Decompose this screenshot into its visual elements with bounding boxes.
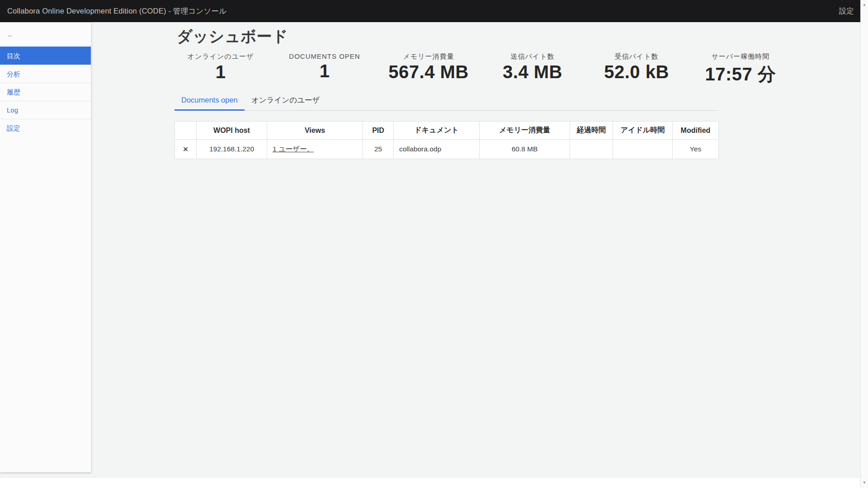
stat-label: オンラインのユーザ <box>169 52 273 61</box>
scroll-down-icon[interactable]: ▼ <box>861 480 868 485</box>
sidebar-item-label: Log <box>7 106 18 114</box>
stats-row: オンラインのユーザ 1 DOCUMENTS OPEN 1 メモリー消費量 567… <box>169 52 793 87</box>
close-icon[interactable]: ✕ <box>183 145 189 153</box>
documents-table: WOPI host Views PID ドキュメント メモリー消費量 経過時間 … <box>175 121 719 159</box>
sidebar-item-label: 目次 <box>7 52 20 60</box>
table-row: ✕ 192.168.1.220 1 ユーザー。 25 collabora.odp… <box>175 140 719 159</box>
topbar-settings-link[interactable]: 設定 <box>839 6 854 16</box>
sidebar-item-label: 設定 <box>7 124 20 132</box>
modified-cell: Yes <box>673 140 719 159</box>
stat-label: メモリー消費量 <box>377 52 481 61</box>
stat-value: 1 <box>273 61 377 81</box>
col-header-memory: メモリー消費量 <box>480 122 570 140</box>
stat-value: 567.4 MB <box>377 62 481 82</box>
col-header-views: Views <box>267 122 363 140</box>
kill-document-cell[interactable]: ✕ <box>175 140 197 159</box>
col-header-wopi-host: WOPI host <box>197 122 267 140</box>
memory-cell: 60.8 MB <box>480 140 570 159</box>
wopi-host-cell: 192.168.1.220 <box>197 140 267 159</box>
sidebar-item-settings[interactable]: 設定 <box>0 119 91 137</box>
col-header-idle: アイドル時間 <box>613 122 673 140</box>
stat-memory-consumed: メモリー消費量 567.4 MB <box>377 52 481 87</box>
horizontal-scrollbar[interactable] <box>0 478 860 488</box>
document-cell: collabora.odp <box>394 140 480 159</box>
sidebar-item-label: 分析 <box>7 70 20 78</box>
tab-bar: Documents open オンラインのユーザ <box>175 94 719 111</box>
stat-bytes-sent: 送信バイト数 3.4 MB <box>481 52 585 87</box>
tab-documents-open[interactable]: Documents open <box>175 94 245 111</box>
stat-label: サーバー稼働時間 <box>689 52 793 61</box>
stat-label: 受信バイト数 <box>585 52 689 61</box>
stat-value: 17:57 分 <box>689 62 793 87</box>
sidebar-item-history[interactable]: 履歴 <box>0 83 91 101</box>
stat-label: DOCUMENTS OPEN <box>273 52 377 60</box>
page-title: ダッシュボード <box>177 26 288 47</box>
col-header-pid: PID <box>363 122 394 140</box>
sidebar-back-button[interactable]: ← <box>0 23 91 47</box>
stat-online-users: オンラインのユーザ 1 <box>169 52 273 87</box>
stat-documents-open: DOCUMENTS OPEN 1 <box>273 52 377 87</box>
stat-server-uptime: サーバー稼働時間 17:57 分 <box>689 52 793 87</box>
col-header-modified: Modified <box>673 122 719 140</box>
sidebar-item-analytics[interactable]: 分析 <box>0 65 91 83</box>
stat-bytes-received: 受信バイト数 52.0 kB <box>585 52 689 87</box>
stat-value: 1 <box>169 62 273 82</box>
sidebar-item-label: 履歴 <box>7 88 20 96</box>
idle-cell <box>613 140 673 159</box>
back-arrow-icon: ← <box>7 31 14 38</box>
sidebar-item-toc[interactable]: 目次 <box>0 47 91 65</box>
views-link[interactable]: 1 ユーザー。 <box>273 145 314 153</box>
topbar: Collabora Online Development Edition (CO… <box>0 0 860 22</box>
vertical-scrollbar[interactable]: ▲ ▼ <box>860 0 868 488</box>
app-title: Collabora Online Development Edition (CO… <box>7 6 226 16</box>
scroll-up-icon[interactable]: ▲ <box>861 2 868 7</box>
stat-value: 52.0 kB <box>585 62 689 82</box>
col-header-kill <box>175 122 197 140</box>
col-header-document: ドキュメント <box>394 122 480 140</box>
elapsed-cell <box>570 140 613 159</box>
sidebar: ← 目次 分析 履歴 Log 設定 <box>0 22 91 472</box>
stat-value: 3.4 MB <box>481 62 585 82</box>
sidebar-item-log[interactable]: Log <box>0 101 91 119</box>
col-header-elapsed: 経過時間 <box>570 122 613 140</box>
views-cell: 1 ユーザー。 <box>267 140 363 159</box>
pid-cell: 25 <box>363 140 394 159</box>
table-header-row: WOPI host Views PID ドキュメント メモリー消費量 経過時間 … <box>175 122 719 140</box>
stat-label: 送信バイト数 <box>481 52 585 61</box>
tab-online-users[interactable]: オンラインのユーザ <box>245 94 327 111</box>
